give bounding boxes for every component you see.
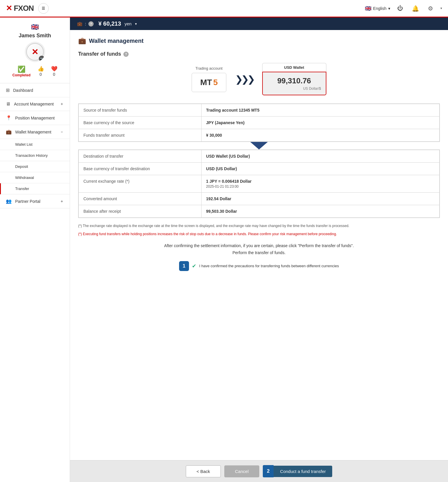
avatar: ✕ 📷 <box>25 42 45 62</box>
settings-button[interactable]: ⚙ <box>425 3 436 14</box>
arrow-down-icon <box>250 142 268 149</box>
sidebar-item-partner-portal[interactable]: 👥 Partner Portal ＋ <box>0 194 70 208</box>
confirm-text-2: Perform the transfer of funds. <box>232 250 286 255</box>
notification-button[interactable]: 🔔 <box>410 3 421 14</box>
sidebar-item-account-management[interactable]: 🖥 Account Management ＋ <box>0 97 70 111</box>
account-icon: 🖥 <box>6 101 10 107</box>
sidebar: 🇬🇧 James Smith ✕ 📷 ✅ Completed 👍 0 ❤️ <box>0 17 70 482</box>
sidebar-item-dashboard[interactable]: ⊞ Dashboard <box>0 83 70 97</box>
hamburger-button[interactable]: ☰ <box>38 3 49 14</box>
wallet-amount: 99,310.76 <box>267 76 321 85</box>
table-row: Balance after receipt 99,503.30 Dollar <box>79 205 440 218</box>
page-header: 💼 Wallet management <box>78 37 440 45</box>
sidebar-item-label: Partner Portal <box>15 199 40 204</box>
nav-left: ✕ FXON ☰ <box>6 3 49 14</box>
chevron-down-icon: ▾ <box>388 6 390 11</box>
checkmark-icon: ✔ <box>192 263 196 269</box>
balance-amount: ¥ 60,213 <box>98 20 121 27</box>
source-value-2: ¥ 30,000 <box>201 129 439 142</box>
dest-value-0: USD Wallet (US Dollar) <box>201 150 439 163</box>
usd-wallet-box: USD Wallet 99,310.76 US Dollar/$ <box>262 63 326 95</box>
expand-icon: ＋ <box>60 101 64 107</box>
wallet-currency: US Dollar/$ <box>267 87 321 91</box>
sub-item-label: Wallet List <box>15 142 32 147</box>
source-info-table: Source of transfer funds Trading account… <box>78 104 440 142</box>
wallet-label: USD Wallet <box>262 63 326 72</box>
table-row: Base currency of the source JPY (Japanes… <box>79 117 440 129</box>
exchange-rate-time: 2025-01-21 01:23:00 <box>206 184 435 189</box>
sidebar-item-label: Dashboard <box>13 88 33 93</box>
separator: : <box>85 21 86 26</box>
stat-hearts-num: 0 <box>51 72 57 77</box>
sidebar-item-position-management[interactable]: 📍 Position Management <box>0 111 70 125</box>
table-row: Destination of transfer USD Wallet (US D… <box>79 150 440 163</box>
page-header-icon: 💼 <box>78 37 86 45</box>
balance-help-icon[interactable]: ? <box>88 21 94 27</box>
position-icon: 📍 <box>6 115 12 121</box>
source-label-2: Funds transfer amount <box>79 129 202 142</box>
power-button[interactable]: ⏻ <box>395 3 405 14</box>
hamburger-icon: ☰ <box>42 6 45 10</box>
sidebar-item-transfer[interactable]: Transfer <box>0 183 70 194</box>
completed-icon: ✅ <box>12 66 30 73</box>
sidebar-item-wallet-management[interactable]: 💼 Wallet Management － <box>0 125 70 139</box>
logo-x: ✕ <box>6 4 12 13</box>
nav-right: 🇬🇧 English ▾ ⏻ 🔔 ⚙ ▾ <box>365 3 442 14</box>
like-icon: 👍 <box>38 66 44 72</box>
camera-icon[interactable]: 📷 <box>39 56 45 61</box>
checkbox-row: 1 ✔ I have confirmed the precautions for… <box>78 261 440 271</box>
dashboard-icon: ⊞ <box>6 87 10 93</box>
collapse-icon: － <box>60 129 64 135</box>
stat-hearts: ❤️ 0 <box>51 66 57 77</box>
source-value-0: Trading account 12345 MT5 <box>201 104 439 117</box>
table-row: Base currency of transfer destination US… <box>79 163 440 175</box>
balance-chevron-icon[interactable]: ▾ <box>135 22 137 26</box>
dest-info-table: Destination of transfer USD Wallet (US D… <box>78 150 440 218</box>
sidebar-item-transaction-history[interactable]: Transaction History <box>0 150 70 161</box>
dest-value-2: 1 JPY = 0.006418 Dollar 2025-01-21 01:23… <box>201 175 439 193</box>
sub-item-label: Transaction History <box>15 153 48 158</box>
confirm-text: After confirming the settlement informat… <box>78 242 440 256</box>
table-row: Source of transfer funds Trading account… <box>79 104 440 117</box>
sub-item-label: Transfer <box>15 187 29 191</box>
step-1-badge: 1 <box>179 261 189 271</box>
table-row: Current exchange rate (*) 1 JPY = 0.0064… <box>79 175 440 193</box>
sidebar-item-wallet-list[interactable]: Wallet List <box>0 139 70 150</box>
action-buttons-bar: < Back Cancel 2 Conduct a fund transfer <box>70 460 448 482</box>
profile-name: James Smith <box>5 33 65 39</box>
source-label-0: Source of transfer funds <box>79 104 202 117</box>
profile-flag: 🇬🇧 <box>5 23 65 31</box>
arrow-down-section <box>78 142 440 149</box>
top-nav: ✕ FXON ☰ 🇬🇧 English ▾ ⏻ 🔔 ⚙ ▾ <box>0 0 448 17</box>
dest-value-4: 99,503.30 Dollar <box>201 205 439 218</box>
wallet-balance-icon: 💼 <box>77 21 83 27</box>
conduct-transfer-button[interactable]: 2 Conduct a fund transfer <box>263 465 332 477</box>
section-help-icon[interactable]: ? <box>123 52 129 57</box>
table-row: Funds transfer amount ¥ 30,000 <box>79 129 440 142</box>
page-content: 💼 Wallet management Transfer of funds ? … <box>70 30 448 460</box>
source-label-1: Base currency of the source <box>79 117 202 129</box>
step-2-badge: 2 <box>263 465 274 477</box>
sidebar-item-label: Account Management <box>14 102 54 106</box>
mt5-text: MT <box>200 78 212 87</box>
table-row: Converted amount 192.54 Dollar <box>79 193 440 205</box>
mt5-box: MT5 <box>192 73 226 92</box>
sidebar-item-withdrawal[interactable]: Withdrawal <box>0 172 70 183</box>
sub-item-label: Withdrawal <box>15 175 34 180</box>
sub-item-label: Deposit <box>15 164 28 169</box>
balance-currency: yen <box>125 21 132 26</box>
cancel-button[interactable]: Cancel <box>224 465 259 477</box>
dest-value-1: USD (US Dollar) <box>201 163 439 175</box>
language-selector[interactable]: 🇬🇧 English ▾ <box>365 5 390 12</box>
back-button[interactable]: < Back <box>186 465 221 477</box>
sidebar-nav: ⊞ Dashboard 🖥 Account Management ＋ 📍 Pos… <box>0 83 70 482</box>
stat-likes: 👍 0 <box>38 66 44 77</box>
wallet-icon: 💼 <box>6 129 12 135</box>
logo-text: ✕ FXON <box>6 4 34 13</box>
stat-completed: ✅ Completed <box>12 66 30 77</box>
flag-icon: 🇬🇧 <box>365 5 371 12</box>
sidebar-item-deposit[interactable]: Deposit <box>0 161 70 172</box>
conduct-label[interactable]: Conduct a fund transfer <box>274 466 332 477</box>
confirm-text-1: After confirming the settlement informat… <box>164 243 354 248</box>
transfer-arrow-icon: ❯❯❯ <box>235 74 253 85</box>
